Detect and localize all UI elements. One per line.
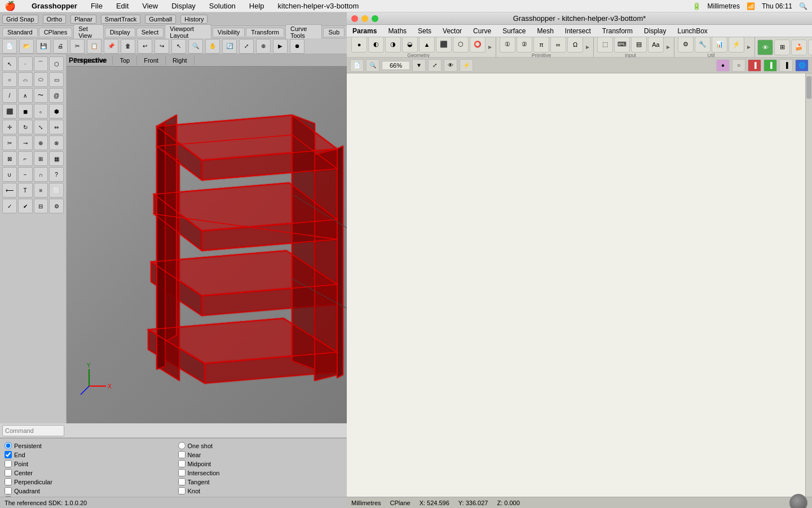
- toggle-preview[interactable]: 👁: [757, 40, 773, 55]
- circle-tool[interactable]: ○: [2, 72, 17, 87]
- view-btn-doc[interactable]: 📄: [350, 59, 364, 72]
- sets-menu[interactable]: Sets: [416, 27, 434, 35]
- tab-curve-tools[interactable]: Curve Tools: [285, 24, 322, 40]
- zoom-dropdown[interactable]: ▼: [412, 59, 426, 72]
- extrude-tool[interactable]: ⬛: [2, 104, 17, 119]
- prim-btn-1[interactable]: ①: [500, 37, 515, 52]
- cut-btn[interactable]: ✂: [70, 39, 85, 54]
- intersect-menu[interactable]: Intersect: [563, 27, 593, 35]
- tangent-checkbox[interactable]: [178, 478, 186, 485]
- move-tool[interactable]: ✛: [2, 120, 17, 134]
- smarttrack-btn[interactable]: SmartTrack: [101, 15, 140, 24]
- curve-menu[interactable]: Curve: [471, 27, 493, 35]
- group-tool[interactable]: ▦: [49, 151, 64, 166]
- geo-btn-3[interactable]: ◑: [385, 37, 401, 52]
- tab-right-view[interactable]: Right: [166, 56, 195, 65]
- props-tool[interactable]: ⚙: [49, 199, 64, 213]
- tab-transform[interactable]: Transform: [246, 28, 284, 36]
- undo-btn[interactable]: ↩: [138, 39, 152, 54]
- history-btn[interactable]: History: [180, 15, 208, 24]
- trim-tool[interactable]: ✂: [2, 135, 17, 150]
- block-tool[interactable]: ⬜: [49, 183, 64, 198]
- oneshot-radio[interactable]: [178, 442, 186, 449]
- tab-visibility[interactable]: Visibility: [213, 28, 245, 36]
- planar-btn[interactable]: Planar: [70, 15, 96, 24]
- join-tool[interactable]: ⊕: [34, 135, 48, 150]
- ellipse-tool[interactable]: ⬭: [34, 72, 48, 87]
- layer-tool[interactable]: ⊟: [34, 199, 48, 213]
- solid-tool[interactable]: ⬢: [49, 104, 64, 119]
- curve-tool[interactable]: ⌒: [34, 56, 48, 71]
- geo-btn-8[interactable]: ⭕: [470, 37, 486, 52]
- prim-btn-2[interactable]: ②: [517, 37, 532, 52]
- ortho-btn[interactable]: Ortho: [43, 15, 67, 24]
- view-preset-1[interactable]: ●: [716, 59, 730, 72]
- util-btn-3[interactable]: 📊: [712, 37, 727, 52]
- tab-sub[interactable]: Sub: [323, 28, 345, 36]
- view-menu[interactable]: View: [140, 2, 160, 10]
- array-tool[interactable]: ⊞: [34, 151, 48, 166]
- search-icon[interactable]: 🔍: [799, 2, 807, 10]
- view-preset-5[interactable]: ▐: [779, 59, 793, 72]
- toggle-bake[interactable]: 🍰: [791, 40, 807, 55]
- delete-btn[interactable]: 🗑: [121, 39, 135, 54]
- input-btn-2[interactable]: ⌨: [614, 37, 630, 52]
- freeform-tool[interactable]: 〜: [34, 88, 48, 103]
- view-preset-2[interactable]: ○: [732, 59, 745, 72]
- gh-scrollbar[interactable]: [805, 73, 812, 497]
- primitive-expand[interactable]: ▶: [584, 45, 591, 50]
- close-btn[interactable]: [351, 15, 358, 22]
- prim-btn-3[interactable]: π: [533, 37, 549, 52]
- boolean-diff[interactable]: −: [18, 167, 33, 182]
- edit-menu[interactable]: Edit: [114, 2, 131, 10]
- perspective-viewport[interactable]: Perspective Top Front Right Perspective: [67, 54, 347, 423]
- boolean-int[interactable]: ∩: [34, 167, 48, 182]
- preview-toggle[interactable]: 👁: [444, 59, 457, 72]
- fit-view[interactable]: ⤢: [428, 59, 442, 72]
- tab-top-view[interactable]: Top: [113, 56, 137, 65]
- perpendicular-checkbox[interactable]: [5, 478, 12, 485]
- near-checkbox[interactable]: [178, 451, 186, 458]
- offset-tool[interactable]: ⊠: [2, 151, 17, 166]
- split-tool[interactable]: ⊸: [18, 135, 33, 150]
- mirror-tool[interactable]: ⇔: [49, 120, 64, 134]
- rotate3d-tool[interactable]: ↻: [18, 120, 33, 134]
- arrow-left[interactable]: ←: [808, 40, 812, 55]
- tab-front-view[interactable]: Front: [137, 56, 166, 65]
- util-expand[interactable]: ▶: [745, 45, 752, 50]
- geo-btn-6[interactable]: ⬛: [436, 37, 452, 52]
- open-btn[interactable]: 📂: [19, 39, 34, 54]
- arc-tool[interactable]: ⌓: [18, 72, 33, 87]
- line-tool[interactable]: /: [2, 88, 17, 103]
- helix-tool[interactable]: @: [49, 88, 64, 103]
- gumball-btn[interactable]: Gumball: [145, 15, 176, 24]
- mesh-menu[interactable]: Mesh: [535, 27, 555, 35]
- lunchbox-menu[interactable]: LunchBox: [675, 27, 709, 35]
- util-btn-4[interactable]: ⚡: [729, 37, 744, 52]
- surface-menu[interactable]: Surface: [500, 27, 528, 35]
- maximize-btn[interactable]: [372, 15, 378, 22]
- geo-btn-4[interactable]: ◒: [402, 37, 418, 52]
- hatch-tool[interactable]: ≡: [34, 183, 48, 198]
- display-menu[interactable]: Display: [169, 2, 198, 10]
- point-checkbox[interactable]: [5, 460, 12, 467]
- copy-btn[interactable]: 📋: [87, 39, 102, 54]
- text-tool[interactable]: T: [18, 183, 33, 198]
- intersection-checkbox[interactable]: [178, 469, 186, 476]
- quadrant-checkbox[interactable]: [5, 487, 12, 494]
- point-tool[interactable]: ·: [18, 56, 33, 71]
- geo-btn-1[interactable]: ●: [351, 37, 367, 52]
- bake-toggle[interactable]: ⚡: [460, 59, 473, 72]
- view-preset-4[interactable]: ▐: [764, 59, 777, 72]
- poly-tool[interactable]: ⬡: [49, 56, 64, 71]
- record-btn[interactable]: ⏺: [290, 39, 304, 54]
- util-btn-1[interactable]: ⚙: [678, 37, 694, 52]
- center-checkbox[interactable]: [5, 469, 12, 476]
- fillet-tool[interactable]: ⌐: [18, 151, 33, 166]
- view-preset-6[interactable]: 🌐: [795, 59, 809, 72]
- tab-cplanes[interactable]: CPlanes: [39, 28, 73, 36]
- geo-btn-2[interactable]: ◐: [368, 37, 384, 52]
- boolean-union[interactable]: ∪: [2, 167, 17, 182]
- redo-btn[interactable]: ↪: [155, 39, 169, 54]
- minimize-btn[interactable]: [361, 15, 368, 22]
